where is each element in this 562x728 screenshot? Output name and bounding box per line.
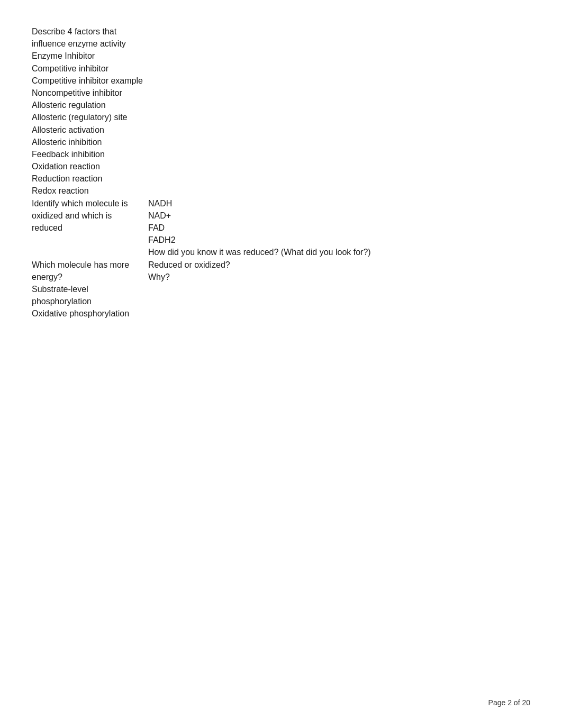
table-row: Substrate-level phosphorylation [32,283,530,307]
right-cell [148,283,530,307]
right-cell [148,25,530,50]
table-row: Identify which molecule is oxidized and … [32,197,530,259]
table-row: Competitive inhibitor example [32,75,530,87]
table-row: Noncompetitive inhibitor [32,87,530,99]
table-row: Feedback inhibition [32,148,530,160]
right-cell [148,124,530,136]
table-row: Oxidation reaction [32,160,530,172]
left-cell: Allosteric inhibition [32,136,148,148]
left-cell: Reduction reaction [32,172,148,185]
left-cell: Identify which molecule is oxidized and … [32,197,148,259]
right-cell [148,75,530,87]
left-cell: Enzyme Inhibitor [32,50,148,62]
right-cell [148,99,530,111]
table-row: Allosteric activation [32,124,530,136]
right-cell [148,160,530,172]
table-row: Redox reaction [32,185,530,197]
page-number: Page 2 of 20 [488,698,530,707]
right-cell [148,172,530,185]
table-row: Allosteric regulation [32,99,530,111]
table-row: Allosteric inhibition [32,136,530,148]
content-table: Describe 4 factors that influence enzyme… [32,25,530,320]
table-row: Describe 4 factors that influence enzyme… [32,25,530,50]
right-cell [148,307,530,320]
right-cell [148,62,530,75]
table-row: Reduction reaction [32,172,530,185]
right-cell: Reduced or oxidized?Why? [148,259,530,283]
right-cell [148,148,530,160]
right-cell: NADHNAD+FADFADH2How did you know it was … [148,197,530,259]
right-cell [148,136,530,148]
page-container: Describe 4 factors that influence enzyme… [0,0,562,362]
left-cell: Allosteric (regulatory) site [32,111,148,123]
right-cell [148,185,530,197]
left-cell: Noncompetitive inhibitor [32,87,148,99]
left-cell: Competitive inhibitor example [32,75,148,87]
left-cell: Feedback inhibition [32,148,148,160]
left-cell: Oxidation reaction [32,160,148,172]
table-row: Oxidative phosphorylation [32,307,530,320]
right-cell [148,87,530,99]
left-cell: Which molecule has more energy? [32,259,148,283]
left-cell: Substrate-level phosphorylation [32,283,148,307]
table-row: Which molecule has more energy?Reduced o… [32,259,530,283]
table-row: Competitive inhibitor [32,62,530,75]
left-cell: Oxidative phosphorylation [32,307,148,320]
left-cell: Allosteric regulation [32,99,148,111]
left-cell: Redox reaction [32,185,148,197]
table-row: Enzyme Inhibitor [32,50,530,62]
table-row: Allosteric (regulatory) site [32,111,530,123]
left-cell: Describe 4 factors that influence enzyme… [32,25,148,50]
left-cell: Allosteric activation [32,124,148,136]
left-cell: Competitive inhibitor [32,62,148,75]
right-cell [148,111,530,123]
page-footer: Page 2 of 20 [488,698,530,707]
right-cell [148,50,530,62]
